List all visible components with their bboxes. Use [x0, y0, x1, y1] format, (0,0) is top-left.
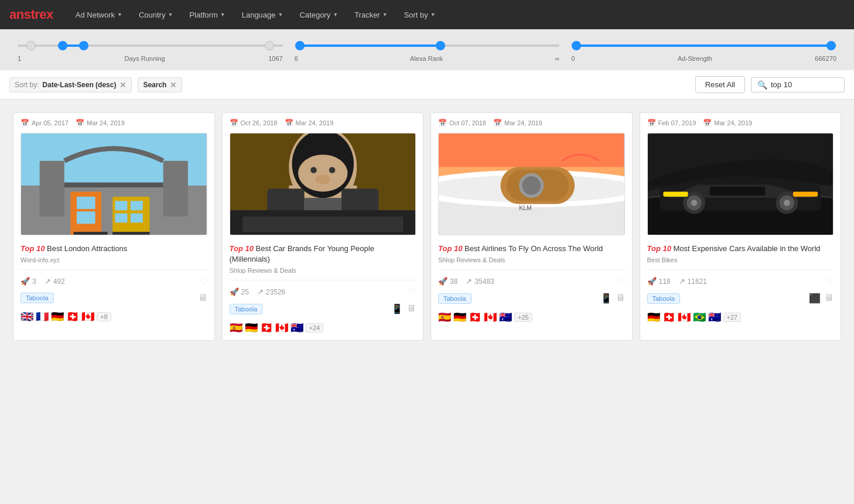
flags-more-count[interactable]: +27: [723, 313, 742, 322]
flags-more-count[interactable]: +24: [306, 323, 324, 332]
flags-more-count[interactable]: +25: [514, 313, 532, 322]
card-image[interactable]: [647, 133, 834, 235]
card-item[interactable]: 📅 Oct 26, 2018 📅 Mar 24, 2019 Top 10 Bes…: [222, 112, 424, 341]
network-badge[interactable]: Taboola: [230, 304, 263, 314]
country-flag: 🇦🇺: [291, 321, 303, 334]
stat-trend-value: 11621: [688, 277, 707, 286]
heart-icon[interactable]: ♡: [617, 276, 625, 287]
slider-alexa-rank-track[interactable]: [295, 40, 560, 52]
slider-thumb-right[interactable]: [826, 41, 836, 50]
calendar-icon: 📅: [493, 119, 502, 127]
search-box[interactable]: 🔍 top 10: [751, 77, 845, 92]
svg-rect-51: [663, 192, 688, 197]
svg-rect-52: [792, 192, 817, 197]
svg-rect-7: [77, 211, 95, 224]
desktop-icon: 🖥: [198, 293, 207, 303]
svg-point-49: [784, 200, 790, 206]
stat-rocket-value: 118: [659, 277, 671, 286]
slider-thumb-right[interactable]: [265, 41, 274, 50]
sort-filter-value: Date-Last-Seen (desc): [42, 81, 116, 89]
search-icon: 🔍: [757, 80, 767, 90]
slider-thumb-mid2[interactable]: [79, 41, 88, 50]
brand-logo[interactable]: anstrex: [9, 7, 53, 22]
heart-icon[interactable]: ♡: [199, 276, 207, 287]
stat-trend-value: 35483: [474, 277, 494, 286]
country-flag: 🇧🇷: [693, 311, 706, 324]
device-icons: 📱🖥: [391, 303, 416, 314]
slider-thumb-left[interactable]: [572, 41, 581, 50]
network-badge[interactable]: Taboola: [647, 293, 681, 304]
slider-ad-strength-labels: 0 Ad-Strength 666270: [571, 55, 836, 62]
nav-category[interactable]: Category ▼: [291, 0, 346, 29]
slider-thumb-left[interactable]: [26, 41, 36, 50]
svg-rect-14: [112, 232, 149, 235]
card-stat-trend: ↗ 492: [45, 277, 65, 286]
card-source: Shlop Reviews & Deals: [431, 255, 632, 267]
card-divider: [647, 269, 834, 270]
close-icon[interactable]: ✕: [119, 80, 127, 90]
card-item[interactable]: 📅 Oct 07, 2018 📅 Mar 24, 2019 KLM Top 10…: [431, 112, 633, 341]
device-icons: 📱🖥: [600, 293, 625, 304]
nav-tracker[interactable]: Tracker ▼: [346, 0, 396, 29]
card-title: Top 10 Best Airlines To Fly On Across Th…: [431, 240, 632, 255]
rocket-icon: 🚀: [21, 277, 30, 286]
card-stat-rocket: 🚀 38: [438, 277, 457, 286]
card-stat-trend: ↗ 35483: [466, 277, 494, 286]
slider-ad-strength-track[interactable]: [571, 40, 836, 52]
nav-sort-by[interactable]: Sort by ▼: [396, 0, 444, 29]
card-image[interactable]: KLM: [438, 133, 625, 235]
chevron-down-icon: ▼: [278, 12, 283, 18]
trend-icon: ↗: [466, 277, 472, 286]
close-icon[interactable]: ✕: [170, 80, 177, 90]
reset-all-button[interactable]: Reset All: [695, 76, 745, 93]
card-image[interactable]: [230, 133, 416, 235]
brand-name-start: anstr: [9, 7, 39, 22]
chevron-down-icon: ▼: [333, 12, 338, 18]
card-dates: 📅 Oct 07, 2018 📅 Mar 24, 2019: [431, 113, 632, 131]
nav-country[interactable]: Country ▼: [131, 0, 181, 29]
date-end-value: Mar 24, 2019: [504, 119, 542, 126]
card-title: Top 10 Best London Attractions: [13, 240, 214, 255]
slider-ad-strength: 0 Ad-Strength 666270: [565, 40, 842, 62]
card-source: Shlop Reviews & Deals: [223, 266, 423, 277]
card-item[interactable]: 📅 Feb 07, 2019 📅 Mar 24, 2019 To: [640, 112, 842, 341]
search-filter-tag[interactable]: Search ✕: [138, 77, 182, 92]
card-source: Word-info.xyz: [13, 255, 214, 267]
country-flag: 🇪🇸: [230, 321, 242, 334]
nav-ad-network[interactable]: Ad Network ▼: [67, 0, 131, 29]
slider-thumb-left[interactable]: [295, 41, 305, 50]
network-badge[interactable]: Taboola: [21, 293, 54, 303]
sort-filter-tag[interactable]: Sort by: Date-Last-Seen (desc) ✕: [9, 77, 132, 92]
svg-rect-28: [242, 217, 403, 232]
nav-language[interactable]: Language ▼: [234, 0, 292, 29]
svg-rect-3: [163, 161, 188, 217]
heart-icon[interactable]: ♡: [825, 276, 833, 287]
slider-thumb-mid1[interactable]: [58, 41, 67, 50]
sort-filter-label: Sort by:: [15, 81, 39, 89]
card-date-start: 📅 Feb 07, 2019: [647, 119, 696, 127]
card-flags: 🇩🇪🇨🇭🇨🇦🇧🇷🇦🇺 +27: [640, 308, 841, 330]
slider-fill: [300, 44, 440, 47]
svg-point-22: [329, 167, 335, 173]
card-item[interactable]: 📅 Apr 05, 2017 📅 Mar 24, 2019 Top 10: [13, 112, 215, 341]
svg-point-21: [310, 167, 317, 173]
slider-thumb-right[interactable]: [436, 41, 445, 50]
svg-rect-11: [131, 201, 143, 211]
card-divider: [438, 269, 625, 270]
top10-label: Top 10: [230, 244, 254, 253]
heart-icon[interactable]: ♡: [408, 286, 416, 297]
card-image[interactable]: [21, 133, 207, 235]
nav-platform[interactable]: Platform ▼: [181, 0, 233, 29]
svg-point-46: [691, 200, 697, 206]
trend-icon: ↗: [45, 277, 51, 286]
rocket-icon: 🚀: [438, 277, 448, 286]
card-title-rest: Best London Attractions: [45, 244, 127, 253]
slider-days-running-track[interactable]: [18, 40, 283, 52]
network-badge[interactable]: Taboola: [438, 293, 472, 304]
card-date-start: 📅 Oct 26, 2018: [230, 119, 278, 127]
flags-more-count[interactable]: +8: [97, 312, 111, 321]
country-flag: 🇩🇪: [245, 321, 258, 334]
chevron-down-icon: ▼: [117, 12, 122, 18]
slider-alexa-rank: 6 Alexa Rank ∞: [289, 40, 566, 62]
date-end-value: Mar 24, 2019: [87, 119, 125, 126]
